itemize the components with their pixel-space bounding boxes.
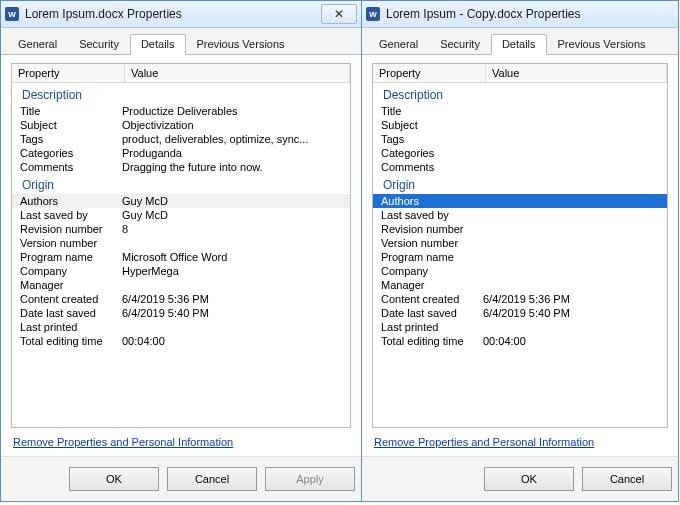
word-doc-icon [5, 7, 19, 21]
label: Program name [377, 251, 481, 263]
label: Last printed [16, 321, 120, 333]
row-date-last-saved[interactable]: Date last saved6/4/2019 5:40 PM [373, 306, 667, 320]
link-row: Remove Properties and Personal Informati… [372, 428, 668, 452]
remove-properties-link[interactable]: Remove Properties and Personal Informati… [374, 436, 594, 448]
tab-general[interactable]: General [368, 34, 429, 54]
row-authors[interactable]: AuthorsGuy McD [12, 194, 350, 208]
tab-details[interactable]: Details [130, 34, 186, 55]
row-program-name[interactable]: Program name [373, 250, 667, 264]
row-last-saved-by[interactable]: Last saved byGuy McD [12, 208, 350, 222]
value [481, 147, 667, 159]
ok-button[interactable]: OK [484, 467, 574, 491]
word-doc-icon [366, 7, 380, 21]
row-date-last-saved[interactable]: Date last saved6/4/2019 5:40 PM [12, 306, 350, 320]
row-company[interactable]: Company [373, 264, 667, 278]
value [481, 195, 667, 207]
close-icon: ✕ [334, 7, 344, 21]
value: Microsoft Office Word [120, 251, 350, 263]
row-subject[interactable]: Subject [373, 118, 667, 132]
row-subject[interactable]: SubjectObjectivization [12, 118, 350, 132]
row-content-created[interactable]: Content created6/4/2019 5:36 PM [12, 292, 350, 306]
tab-general[interactable]: General [7, 34, 68, 54]
properties-window-right: Lorem Ipsum - Copy.docx Properties Gener… [362, 0, 679, 502]
ok-button[interactable]: OK [69, 467, 159, 491]
value: 00:04:00 [120, 335, 350, 347]
label: Categories [16, 147, 120, 159]
row-categories[interactable]: Categories [373, 146, 667, 160]
value: 8 [120, 223, 350, 235]
row-title[interactable]: Title [373, 104, 667, 118]
tab-details[interactable]: Details [491, 34, 547, 55]
label: Last saved by [16, 209, 120, 221]
row-version-number[interactable]: Version number [12, 236, 350, 250]
tab-security[interactable]: Security [429, 34, 491, 54]
row-comments[interactable]: CommentsDragging the future into now. [12, 160, 350, 174]
row-program-name[interactable]: Program nameMicrosoft Office Word [12, 250, 350, 264]
column-header-property[interactable]: Property [373, 64, 486, 82]
value [120, 279, 350, 291]
section-origin: Origin [12, 174, 350, 194]
row-total-editing-time[interactable]: Total editing time00:04:00 [12, 334, 350, 348]
label: Title [377, 105, 481, 117]
grid-body[interactable]: Description Title Subject Tags Categorie… [373, 84, 667, 427]
apply-button[interactable]: Apply [265, 467, 355, 491]
tab-security[interactable]: Security [68, 34, 130, 54]
row-authors[interactable]: Authors [373, 194, 667, 208]
label: Subject [377, 119, 481, 131]
label: Manager [16, 279, 120, 291]
cancel-button[interactable]: Cancel [582, 467, 672, 491]
label: Content created [16, 293, 120, 305]
value: 6/4/2019 5:40 PM [481, 307, 667, 319]
row-company[interactable]: CompanyHyperMega [12, 264, 350, 278]
label: Comments [16, 161, 120, 173]
property-grid: Property Value Description TitleProducti… [11, 63, 351, 428]
grid-body[interactable]: Description TitleProductize Deliverables… [12, 84, 350, 427]
label: Tags [377, 133, 481, 145]
value: 00:04:00 [481, 335, 667, 347]
column-header-value[interactable]: Value [125, 64, 350, 82]
row-revision-number[interactable]: Revision number8 [12, 222, 350, 236]
cancel-button[interactable]: Cancel [167, 467, 257, 491]
row-total-editing-time[interactable]: Total editing time00:04:00 [373, 334, 667, 348]
value [120, 321, 350, 333]
row-manager[interactable]: Manager [373, 278, 667, 292]
tab-previous-versions[interactable]: Previous Versions [547, 34, 657, 54]
value [481, 161, 667, 173]
tab-bar: General Security Details Previous Versio… [1, 28, 361, 55]
label: Date last saved [377, 307, 481, 319]
value: Productize Deliverables [120, 105, 350, 117]
value: Guy McD [120, 209, 350, 221]
row-last-printed[interactable]: Last printed [12, 320, 350, 334]
tab-content: Property Value Description TitleProducti… [1, 55, 361, 456]
value: Objectivization [120, 119, 350, 131]
value [481, 251, 667, 263]
row-version-number[interactable]: Version number [373, 236, 667, 250]
value: Produganda [120, 147, 350, 159]
remove-properties-link[interactable]: Remove Properties and Personal Informati… [13, 436, 233, 448]
window-title: Lorem Ipsum.docx Properties [25, 7, 321, 21]
value: Guy McD [120, 195, 350, 207]
label: Revision number [377, 223, 481, 235]
row-revision-number[interactable]: Revision number [373, 222, 667, 236]
label: Authors [16, 195, 120, 207]
close-button[interactable]: ✕ [321, 4, 357, 24]
label: Last printed [377, 321, 481, 333]
row-tags[interactable]: Tags [373, 132, 667, 146]
row-tags[interactable]: Tagsproduct, deliverables, optimize, syn… [12, 132, 350, 146]
column-header-value[interactable]: Value [486, 64, 667, 82]
row-manager[interactable]: Manager [12, 278, 350, 292]
tab-previous-versions[interactable]: Previous Versions [186, 34, 296, 54]
value: HyperMega [120, 265, 350, 277]
label: Version number [377, 237, 481, 249]
label: Title [16, 105, 120, 117]
row-title[interactable]: TitleProductize Deliverables [12, 104, 350, 118]
grid-header: Property Value [12, 64, 350, 83]
row-last-saved-by[interactable]: Last saved by [373, 208, 667, 222]
row-categories[interactable]: CategoriesProduganda [12, 146, 350, 160]
label: Tags [16, 133, 120, 145]
row-last-printed[interactable]: Last printed [373, 320, 667, 334]
row-comments[interactable]: Comments [373, 160, 667, 174]
row-content-created[interactable]: Content created6/4/2019 5:36 PM [373, 292, 667, 306]
column-header-property[interactable]: Property [12, 64, 125, 82]
titlebar: Lorem Ipsum.docx Properties ✕ [1, 1, 361, 28]
